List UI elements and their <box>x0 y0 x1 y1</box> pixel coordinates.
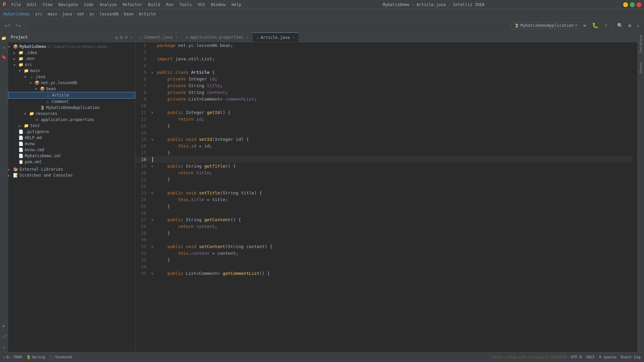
breadcrumb-yc[interactable]: yc <box>90 12 94 16</box>
todo-button[interactable]: ✓ 6: TODO <box>3 355 22 359</box>
tab-icon-comment: ☕ <box>140 36 142 39</box>
menu-window[interactable]: Window <box>208 2 228 8</box>
tab-properties[interactable]: ⚙ application.properties ✕ <box>182 33 253 42</box>
breadcrumb-java[interactable]: java <box>62 12 72 16</box>
tree-item-resources[interactable]: ▼ 📁 resources <box>8 111 135 117</box>
terminal-button[interactable]: ⬛ Terminal <box>49 355 73 359</box>
fold-arrow-35[interactable]: ▼ <box>151 272 153 276</box>
run-config-selector[interactable]: 🍃 MybatisDemoApplication ▼ <box>511 22 580 29</box>
menu-analyze[interactable]: Analyze <box>97 2 119 8</box>
activity-structure[interactable]: ≡ <box>1 44 7 51</box>
sidebar-icon-expand[interactable]: ⊞ <box>120 35 123 40</box>
menu-help[interactable]: Help <box>229 2 244 8</box>
code-editor[interactable]: 1 package net.yc.lesson06.bean; 2 3 <box>136 42 637 352</box>
right-scrollbar[interactable]: Database <box>633 42 637 352</box>
spring-button[interactable]: 🍃 Spring <box>26 355 45 359</box>
tree-item-package[interactable]: ▼ 📦 net.yc.lesson06 <box>8 80 135 86</box>
git-button[interactable]: ↕ <box>635 21 641 29</box>
tree-item-mvn[interactable]: ▶ 📁 .mvn <box>8 56 135 62</box>
code-content[interactable]: 1 package net.yc.lesson06.bean; 2 3 <box>136 42 633 352</box>
activity-project[interactable]: 📁 <box>1 35 7 42</box>
tree-item-comment[interactable]: ☕ Comment <box>8 99 135 105</box>
menu-view[interactable]: View <box>40 2 55 8</box>
right-panel-database-label[interactable]: Database <box>639 35 643 53</box>
tab-article[interactable]: ☕ Article.java ✕ <box>253 33 299 42</box>
debug-button[interactable]: 🐛 <box>590 21 601 30</box>
right-panel-maven-label[interactable]: Maven <box>639 62 643 73</box>
menu-vcs[interactable]: VCS <box>195 2 208 8</box>
tree-item-external-libs[interactable]: ▶ 📚 External Libraries <box>8 166 135 172</box>
tree-item-gitignore[interactable]: 📄 .gitignore <box>8 129 135 135</box>
profile-button[interactable]: ⚡ <box>602 21 609 30</box>
menu-file[interactable]: File <box>9 2 24 8</box>
tree-item-test[interactable]: ▶ 📁 test <box>8 123 135 129</box>
line-8: 8 private String content; <box>136 89 633 96</box>
fold-arrow-11[interactable]: ▼ <box>151 111 153 115</box>
tab-close-article[interactable]: ✕ <box>292 35 295 40</box>
menu-refactor[interactable]: Refactor <box>120 2 145 8</box>
fold-arrow-15[interactable]: ▼ <box>151 138 153 141</box>
toolbar-back[interactable]: ⮐ <box>3 21 12 30</box>
tree-item-java[interactable]: ▼ ☕ java <box>8 74 135 80</box>
menu-build[interactable]: Build <box>145 2 163 8</box>
tree-item-main[interactable]: ▼ 📁 main <box>8 68 135 74</box>
fold-arrow-23[interactable]: ▼ <box>151 191 153 195</box>
tab-comment[interactable]: ☕ Comment.java ✕ <box>136 33 182 42</box>
tree-item-src[interactable]: ▼ 📁 src <box>8 62 135 68</box>
run-button[interactable]: ▶ <box>582 21 589 30</box>
fold-arrow-5[interactable]: ▼ <box>151 71 153 74</box>
tree-item-help[interactable]: 📄 HELP.md <box>8 135 135 141</box>
statusbar-linesep[interactable]: CRLF <box>586 355 595 359</box>
activity-git[interactable]: ⎇ <box>1 333 7 340</box>
tree-item-pom[interactable]: 📋 pom.xml <box>8 159 135 165</box>
breadcrumb-lesson06[interactable]: lesson06 <box>100 12 119 16</box>
fold-arrow-19[interactable]: ▼ <box>151 165 153 168</box>
tree-item-article[interactable]: ☕ Article <box>8 92 135 99</box>
breadcrumb-net[interactable]: net <box>77 12 85 16</box>
line-12: 12 return id; <box>136 116 633 123</box>
breadcrumb-bean[interactable]: bean <box>124 12 134 16</box>
menu-edit[interactable]: Edit <box>24 2 40 8</box>
file-icon-mvnw-cmd: 📄 <box>18 147 23 153</box>
activity-run[interactable]: ▶ <box>1 322 7 329</box>
tree-item-iml[interactable]: 📄 MybatisDemo.iml <box>8 153 135 159</box>
fold-arrow-27[interactable]: ▼ <box>151 218 153 222</box>
close-button[interactable]: ✕ <box>637 2 641 7</box>
search-button[interactable]: 🔍 <box>615 21 625 29</box>
statusbar-indent[interactable]: 4 spaces <box>599 355 616 359</box>
tree-item-properties[interactable]: ⚙ application.properties <box>8 117 135 123</box>
sidebar-icon-settings[interactable]: ⚙ <box>125 35 127 40</box>
breadcrumb-src[interactable]: src <box>35 12 43 16</box>
settings-button[interactable]: ⚙ <box>626 21 633 29</box>
activity-favorites[interactable]: ★ <box>1 344 7 351</box>
line-18: 18 <box>136 156 633 163</box>
tree-arrow-package: ▼ <box>30 81 34 85</box>
breadcrumb-main[interactable]: main <box>48 12 57 16</box>
tree-item-scratches[interactable]: ▶ 📝 Scratches and Consoles <box>8 172 135 178</box>
tab-close-comment[interactable]: ✕ <box>175 35 178 40</box>
menu-run[interactable]: Run <box>164 2 176 8</box>
activity-bookmarks[interactable]: 🔖 <box>1 54 7 60</box>
menu-code[interactable]: Code <box>81 2 96 8</box>
statusbar-encoding[interactable]: UTF-8 <box>571 355 582 359</box>
toolbar-forward[interactable]: ⮑ <box>13 21 23 30</box>
breadcrumb-mybatisdemo[interactable]: MybatisDemo <box>3 12 30 16</box>
minimize-button[interactable]: ─ <box>623 2 628 7</box>
maximize-button[interactable]: □ <box>630 2 635 7</box>
event-log-button[interactable]: Event Log <box>621 355 641 359</box>
breadcrumb-article[interactable]: Article <box>139 12 156 16</box>
fold-arrow-31[interactable]: ▼ <box>151 245 153 249</box>
tree-item-mvnw[interactable]: 📄 mvnw <box>8 141 135 147</box>
tree-item-app[interactable]: 🍃 MybatisDemoApplication <box>8 105 135 111</box>
menu-navigate[interactable]: Navigate <box>56 2 80 8</box>
tree-arrow-resources: ▼ <box>24 112 29 116</box>
tree-item-idea[interactable]: ▶ 📁 .idea <box>8 50 135 56</box>
tree-label-resources: resources <box>36 111 57 116</box>
menu-tools[interactable]: Tools <box>177 2 194 8</box>
tree-item-root[interactable]: ▼ 📦 MybatisDemo D:\IdeaProjects\MybatisD… <box>8 44 135 50</box>
tree-item-bean[interactable]: ▼ 📦 bean <box>8 86 135 92</box>
tab-close-properties[interactable]: ✕ <box>246 35 248 40</box>
sidebar-icon-locate[interactable]: ◎ <box>115 35 118 40</box>
sidebar-icon-close[interactable]: − <box>130 35 132 40</box>
tree-item-mvnw-cmd[interactable]: 📄 mvnw.cmd <box>8 147 135 153</box>
